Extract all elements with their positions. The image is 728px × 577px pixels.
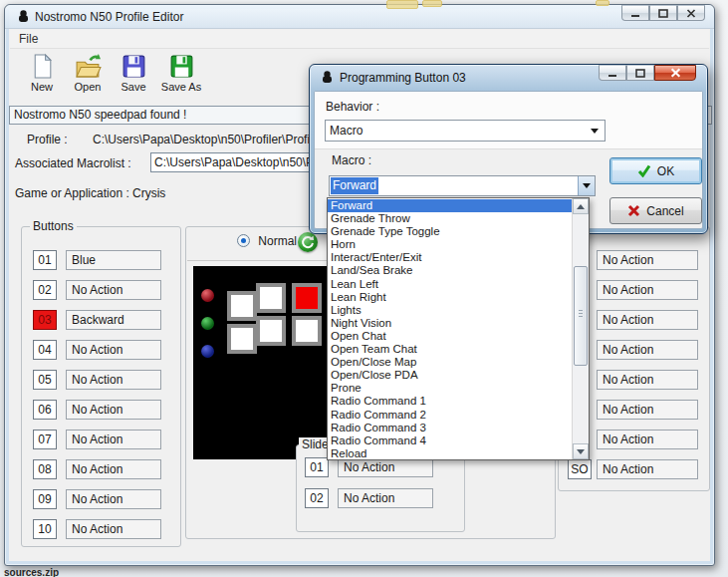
- device-button-06[interactable]: [227, 324, 257, 354]
- macro-option[interactable]: Open/Close PDA: [328, 369, 572, 382]
- normal-radio[interactable]: [237, 234, 250, 247]
- macro-option[interactable]: Grenade Throw: [328, 212, 572, 225]
- button-number[interactable]: 02: [33, 280, 57, 300]
- scroll-down-button[interactable]: [573, 443, 589, 459]
- button-number[interactable]: 05: [33, 370, 57, 390]
- macro-option[interactable]: Land/Sea Brake: [328, 264, 572, 277]
- device-button-01[interactable]: [227, 291, 257, 321]
- right-action[interactable]: No Action: [597, 459, 698, 479]
- button-action[interactable]: No Action: [66, 400, 161, 420]
- button-action[interactable]: No Action: [66, 459, 161, 479]
- button-number[interactable]: 10: [33, 519, 57, 539]
- save-button[interactable]: Save: [112, 53, 155, 93]
- button-action[interactable]: No Action: [66, 370, 161, 390]
- right-action-row: No Action: [597, 400, 698, 420]
- button-action[interactable]: No Action: [66, 340, 161, 360]
- device-button-07[interactable]: [256, 316, 286, 346]
- right-action[interactable]: No Action: [597, 370, 698, 390]
- menu-bar: File: [10, 30, 709, 49]
- macro-option[interactable]: Reload: [328, 447, 572, 460]
- right-last-number[interactable]: SO: [568, 459, 592, 479]
- button-action[interactable]: No Action: [66, 489, 161, 509]
- macro-option[interactable]: Open/Close Map: [328, 356, 572, 369]
- macro-option[interactable]: Horn: [328, 238, 572, 251]
- cancel-label: Cancel: [646, 204, 683, 218]
- device-button-08[interactable]: [292, 316, 322, 346]
- macro-option[interactable]: Radio Command 2: [328, 409, 572, 422]
- button-number[interactable]: 03: [33, 310, 57, 330]
- new-button[interactable]: New: [20, 53, 64, 93]
- ok-button[interactable]: OK: [609, 157, 702, 184]
- desktop-icon-label[interactable]: sources.zip: [4, 567, 59, 577]
- open-button[interactable]: Open: [66, 53, 110, 93]
- right-action[interactable]: No Action: [597, 250, 698, 270]
- macro-option[interactable]: Forward: [328, 199, 572, 212]
- button-action[interactable]: Blue: [66, 250, 161, 270]
- button-number[interactable]: 08: [33, 459, 57, 479]
- close-button[interactable]: [677, 5, 705, 21]
- right-action[interactable]: No Action: [597, 400, 698, 420]
- menu-file[interactable]: File: [10, 30, 47, 48]
- dialog-close-button[interactable]: [654, 65, 696, 81]
- macro-option[interactable]: Open Team Chat: [328, 343, 572, 356]
- device-button-03[interactable]: [292, 283, 322, 313]
- right-action[interactable]: No Action: [597, 340, 698, 360]
- macro-option[interactable]: Radio Command 3: [328, 422, 572, 434]
- slider-action[interactable]: No Action: [338, 488, 433, 508]
- main-window-title: Nostromo N50 Profile Editor: [35, 10, 183, 24]
- button-number[interactable]: 04: [33, 340, 57, 360]
- button-action[interactable]: No Action: [66, 280, 161, 300]
- macro-option[interactable]: Radio Command 1: [328, 395, 572, 408]
- save-as-floppy-icon: [168, 53, 195, 80]
- buttons-group-title: Buttons: [30, 219, 77, 233]
- button-row: 05 No Action: [33, 370, 161, 390]
- mode-radio-row: Normal: [237, 234, 297, 248]
- x-icon: [627, 204, 640, 217]
- slider-action[interactable]: No Action: [338, 457, 433, 477]
- right-action-rows: No Action No Action No Action No Action …: [597, 250, 698, 489]
- macro-option[interactable]: Prone: [328, 382, 572, 395]
- macro-option[interactable]: Lean Right: [328, 291, 572, 304]
- device-button-02[interactable]: [256, 283, 286, 313]
- dialog-minimize-button[interactable]: [599, 65, 626, 81]
- macro-option[interactable]: Radio Command 4: [328, 434, 572, 447]
- macro-option[interactable]: Lights: [328, 304, 572, 317]
- dropdown-scrollbar[interactable]: [572, 198, 589, 459]
- new-document-icon: [29, 53, 56, 80]
- save-as-button[interactable]: Save As: [155, 53, 207, 93]
- right-action[interactable]: No Action: [597, 310, 698, 330]
- macro-dropdown-button[interactable]: [578, 176, 595, 195]
- macro-option[interactable]: Open Chat: [328, 330, 572, 343]
- button-action[interactable]: No Action: [66, 519, 161, 539]
- right-action[interactable]: No Action: [597, 280, 698, 300]
- main-window-titlebar[interactable]: Nostromo N50 Profile Editor: [5, 5, 714, 29]
- macro-combobox[interactable]: Forward: [329, 175, 596, 196]
- button-number[interactable]: 01: [33, 250, 57, 270]
- dialog-maximize-button[interactable]: [626, 65, 654, 81]
- scrollbar-thumb[interactable]: [574, 266, 588, 366]
- chevron-down-icon: [591, 129, 599, 134]
- minimize-button[interactable]: [621, 5, 649, 21]
- scroll-up-button[interactable]: [573, 198, 589, 214]
- button-row: 02 No Action: [33, 280, 161, 300]
- slider-number[interactable]: 02: [305, 488, 329, 508]
- right-action-row: No Action: [597, 310, 698, 330]
- slider-number[interactable]: 01: [305, 457, 329, 477]
- game-label: Game or Application :: [15, 186, 129, 200]
- behavior-combobox[interactable]: Macro: [325, 120, 606, 142]
- right-action[interactable]: No Action: [597, 430, 698, 449]
- macro-option[interactable]: Night Vision: [328, 317, 572, 330]
- macro-option[interactable]: Interact/Enter/Exit: [328, 251, 572, 264]
- maximize-button[interactable]: [649, 5, 677, 21]
- slider-row: 02 No Action: [305, 488, 433, 508]
- button-number[interactable]: 09: [33, 489, 57, 509]
- refresh-icon[interactable]: [298, 232, 318, 252]
- button-action[interactable]: No Action: [66, 430, 161, 449]
- button-number[interactable]: 06: [33, 400, 57, 420]
- macro-option[interactable]: Grenade Type Toggle: [328, 225, 572, 238]
- button-number[interactable]: 07: [33, 430, 57, 449]
- cancel-button[interactable]: Cancel: [609, 197, 702, 224]
- desktop-folder-fragment: [596, 0, 609, 6]
- macro-option[interactable]: Lean Left: [328, 278, 572, 291]
- button-action[interactable]: Backward: [66, 310, 161, 330]
